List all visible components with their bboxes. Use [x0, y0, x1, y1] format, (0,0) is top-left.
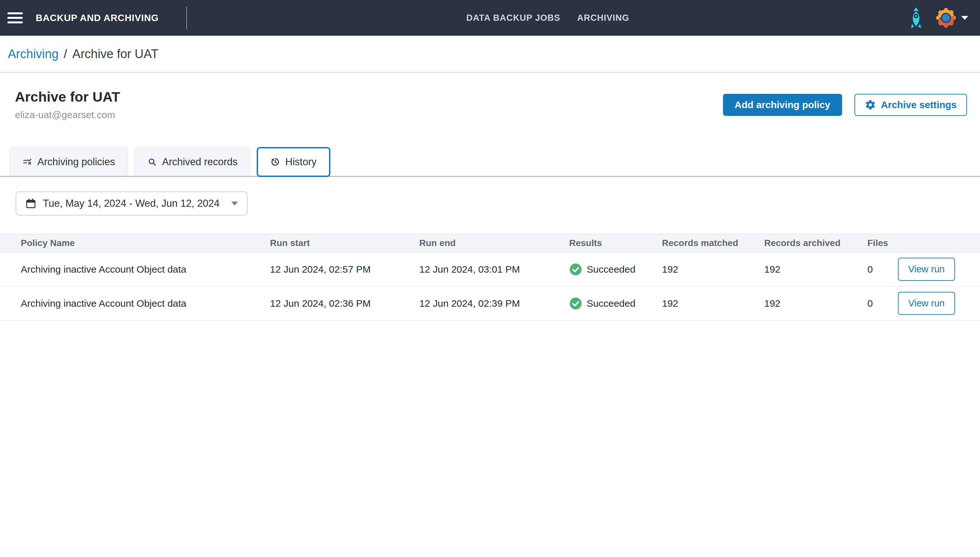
- view-run-button[interactable]: View run: [898, 258, 955, 281]
- chevron-down-icon: [961, 16, 968, 20]
- title-block: Archive for UAT eliza-uat@gearset.com: [15, 89, 120, 121]
- col-records-archived: Records archived: [764, 238, 868, 248]
- app-title: BACKUP AND ARCHIVING: [36, 13, 159, 23]
- gearset-logo-icon: [935, 7, 957, 29]
- rocket-icon[interactable]: [908, 7, 923, 29]
- primary-nav: DATA BACKUP JOBS ARCHIVING: [187, 13, 908, 23]
- calendar-icon: [25, 198, 36, 209]
- history-icon: [270, 157, 280, 167]
- cell-run-end: 12 Jun 2024, 03:01 PM: [419, 264, 569, 275]
- table-header: Policy Name Run start Run end Results Re…: [0, 234, 980, 252]
- top-nav: BACKUP AND ARCHIVING DATA BACKUP JOBS AR…: [0, 0, 980, 36]
- col-results: Results: [569, 238, 662, 248]
- history-table: Policy Name Run start Run end Results Re…: [0, 234, 980, 321]
- cell-records-matched: 192: [662, 298, 764, 309]
- breadcrumb-separator: /: [63, 47, 67, 61]
- cell-records-matched: 192: [662, 264, 764, 275]
- search-icon: [147, 157, 157, 167]
- tab-history[interactable]: History: [257, 147, 330, 177]
- page-header: Archive for UAT eliza-uat@gearset.com Ad…: [0, 89, 980, 121]
- archive-settings-button[interactable]: Archive settings: [855, 94, 967, 116]
- nav-left: BACKUP AND ARCHIVING: [0, 0, 187, 36]
- nav-archiving[interactable]: ARCHIVING: [577, 13, 629, 23]
- cell-files: 0: [868, 298, 895, 309]
- breadcrumb: Archiving / Archive for UAT: [0, 36, 980, 73]
- header-actions: Add archiving policy Archive settings: [723, 94, 967, 116]
- menu-icon[interactable]: [8, 12, 23, 23]
- cell-run-end: 12 Jun 2024, 02:39 PM: [419, 298, 569, 309]
- cell-result: Succeeded: [569, 263, 662, 276]
- tab-label: History: [285, 156, 316, 168]
- breadcrumb-archiving-link[interactable]: Archiving: [8, 47, 59, 61]
- tab-archiving-policies[interactable]: Archiving policies: [10, 147, 128, 176]
- chevron-down-icon: [231, 202, 238, 205]
- gear-icon: [865, 99, 876, 110]
- filter-row: Tue, May 14, 2024 - Wed, Jun 12, 2024: [0, 192, 980, 215]
- result-label: Succeeded: [587, 298, 635, 309]
- policy-list-icon: [23, 157, 32, 167]
- cell-files: 0: [868, 264, 895, 275]
- result-label: Succeeded: [587, 264, 635, 275]
- nav-right: [908, 7, 980, 29]
- table-row: Archiving inactive Account Object data 1…: [0, 252, 980, 287]
- cell-records-archived: 192: [764, 298, 868, 309]
- archive-settings-label: Archive settings: [881, 99, 957, 110]
- cell-records-archived: 192: [764, 264, 868, 275]
- date-range-value: Tue, May 14, 2024 - Wed, Jun 12, 2024: [43, 198, 220, 209]
- date-range-picker[interactable]: Tue, May 14, 2024 - Wed, Jun 12, 2024: [16, 192, 248, 215]
- nav-data-backup-jobs[interactable]: DATA BACKUP JOBS: [466, 13, 561, 23]
- table-row: Archiving inactive Account Object data 1…: [0, 287, 980, 321]
- org-username: eliza-uat@gearset.com: [15, 109, 120, 121]
- tab-label: Archiving policies: [37, 156, 115, 168]
- col-files: Files: [868, 238, 895, 248]
- add-archiving-policy-button[interactable]: Add archiving policy: [723, 94, 842, 116]
- success-check-icon: [569, 297, 582, 310]
- tab-archived-records[interactable]: Archived records: [134, 147, 251, 176]
- cell-run-start: 12 Jun 2024, 02:57 PM: [270, 264, 419, 275]
- cell-policy-name: Archiving inactive Account Object data: [21, 298, 270, 309]
- col-run-end: Run end: [419, 238, 569, 248]
- col-policy-name: Policy Name: [21, 238, 270, 248]
- cell-run-start: 12 Jun 2024, 02:36 PM: [270, 298, 419, 309]
- breadcrumb-current: Archive for UAT: [72, 47, 158, 61]
- col-records-matched: Records matched: [662, 238, 764, 248]
- nav-divider: [186, 7, 187, 29]
- tab-label: Archived records: [162, 156, 238, 168]
- cell-result: Succeeded: [569, 297, 662, 310]
- success-check-icon: [569, 263, 582, 276]
- account-menu-button[interactable]: [935, 7, 968, 29]
- cell-policy-name: Archiving inactive Account Object data: [21, 264, 270, 275]
- view-run-button[interactable]: View run: [898, 292, 955, 315]
- col-run-start: Run start: [270, 238, 419, 248]
- tab-bar: Archiving policies Archived records Hist…: [0, 147, 980, 177]
- page-title: Archive for UAT: [15, 89, 120, 105]
